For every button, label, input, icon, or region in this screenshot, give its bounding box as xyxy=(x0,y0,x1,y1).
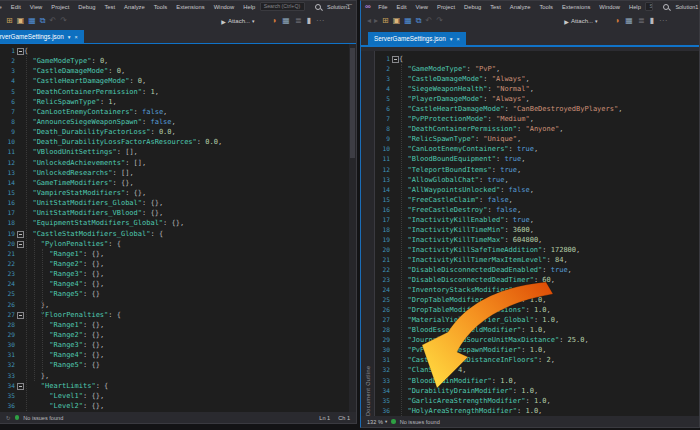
fold-toggle-icon[interactable] xyxy=(15,310,24,320)
menu-item-tools[interactable]: Tools xyxy=(149,4,172,10)
comment-icon[interactable]: ◗ xyxy=(272,16,277,26)
code-line: 20 "PylonPenalties": { xyxy=(0,239,356,249)
nav-forward-icon[interactable]: ▸ xyxy=(374,16,378,26)
line-number: 28 xyxy=(375,325,390,335)
bookmark-icon[interactable]: ▮ xyxy=(307,16,311,26)
attach-button[interactable]: ▶ Attach... ▾ xyxy=(221,18,254,25)
results-grid-icon[interactable]: ▦ xyxy=(625,16,633,26)
save-icon[interactable]: ▦ xyxy=(28,16,36,26)
code-line: 26 "DropTableModifier_Missions": 1.0, xyxy=(375,305,699,315)
code-text: "CastleHeartDamageMode": 0, xyxy=(24,76,146,86)
fold-gutter xyxy=(15,178,24,188)
open-folder-icon[interactable]: ▣ xyxy=(17,16,25,26)
indent-icon[interactable]: ≣ xyxy=(295,16,302,26)
new-project-icon[interactable]: ⊞ xyxy=(6,16,13,26)
menu-item-edit[interactable]: Edit xyxy=(392,4,411,10)
menu-item-window[interactable]: Window xyxy=(595,4,625,10)
fold-toggle-icon[interactable] xyxy=(390,54,399,64)
save-icon[interactable]: ▦ xyxy=(404,16,412,26)
undo-icon[interactable]: ↶ xyxy=(426,16,433,26)
document-outline-tab[interactable]: Document Outline xyxy=(361,51,375,416)
menu-item-debug[interactable]: Debug xyxy=(74,4,100,10)
line-number: 15 xyxy=(0,188,15,198)
line-number: 17 xyxy=(0,208,15,218)
nav-back-icon[interactable]: ◂ xyxy=(367,16,371,26)
tab-dropdown-icon[interactable]: ▾ xyxy=(450,36,453,42)
menu-item-analyze[interactable]: Analyze xyxy=(120,4,150,10)
attach-button[interactable]: ▶ Attach... ▾ xyxy=(564,18,597,25)
search-input[interactable]: Search (Ctrl+Q) xyxy=(260,2,305,11)
menu-item-project[interactable]: Project xyxy=(433,4,460,10)
code-text: "CastleMinimumDistanceInFloors": 2, xyxy=(399,355,555,365)
search-icon[interactable] xyxy=(663,4,669,10)
undo-icon[interactable]: ↶ xyxy=(50,16,57,26)
menu-item-test[interactable]: Test xyxy=(486,4,506,10)
code-editor[interactable]: 1{2 "GameModeType": 0,3 "CastleDamageMod… xyxy=(0,44,356,412)
line-number: 34 xyxy=(0,381,15,391)
tab-close-icon[interactable]: × xyxy=(457,36,460,42)
scrollbar-thumb[interactable] xyxy=(350,48,355,158)
save-all-icon[interactable]: ⧉ xyxy=(40,16,46,26)
fold-gutter xyxy=(15,300,24,310)
menu-item-extensions[interactable]: Extensions xyxy=(172,4,209,10)
vertical-scrollbar[interactable] xyxy=(349,44,356,412)
fold-toggle-icon[interactable] xyxy=(15,46,24,56)
bookmark-icon[interactable]: ▮ xyxy=(650,16,654,26)
fold-gutter xyxy=(390,406,399,416)
code-line: 33 "BloodDrainModifier": 1.0, xyxy=(375,376,699,386)
fold-gutter xyxy=(15,371,24,381)
menu-item-help[interactable]: Help xyxy=(239,4,260,10)
more-commands-icon[interactable]: ⋯ xyxy=(316,16,324,26)
attach-dropdown-icon[interactable]: ▾ xyxy=(252,18,255,24)
menu-item-view[interactable]: View xyxy=(411,4,432,10)
menu-bar: ∞ FileEditViewProjectDebugTestAnalyzeToo… xyxy=(361,1,699,12)
menu-item-test[interactable]: Test xyxy=(100,4,120,10)
code-text: "GarlicAreaStrengthModifier": 1.0, xyxy=(399,396,551,406)
line-number: 19 xyxy=(375,235,390,245)
line-number: 14 xyxy=(0,178,15,188)
redo-icon[interactable]: ↷ xyxy=(60,16,67,26)
menu-item-analyze[interactable]: Analyze xyxy=(505,4,535,10)
fold-gutter xyxy=(390,376,399,386)
code-line: 32 "ClanSize": 4, xyxy=(375,365,699,375)
fold-toggle-icon[interactable] xyxy=(15,381,24,391)
fold-gutter xyxy=(15,56,24,66)
visual-studio-logo-icon: ∞ xyxy=(365,3,371,11)
code-text: "Range2": {}, xyxy=(24,330,104,340)
menu-item-view[interactable]: View xyxy=(25,4,46,10)
menu-item-tools[interactable]: Tools xyxy=(535,4,558,10)
fold-toggle-icon[interactable] xyxy=(15,239,24,249)
search-icon[interactable] xyxy=(315,4,321,10)
sync-icon[interactable]: ↻ xyxy=(6,415,11,421)
code-editor[interactable]: 1{2 "GameModeType": "PvP",3 "CastleDamag… xyxy=(375,51,699,416)
results-grid-icon[interactable]: ▦ xyxy=(282,16,290,26)
menu-item-debug[interactable]: Debug xyxy=(460,4,486,10)
fold-gutter xyxy=(390,104,399,114)
menu-item-file[interactable]: File xyxy=(374,4,392,10)
open-folder-icon[interactable]: ▣ xyxy=(393,16,401,26)
fold-gutter xyxy=(390,386,399,396)
indent-icon[interactable]: ≣ xyxy=(638,16,645,26)
more-commands-icon[interactable]: ⋯ xyxy=(659,16,667,26)
menu-item-window[interactable]: Window xyxy=(209,4,239,10)
code-text: "AllowGlobalChat": true, xyxy=(399,175,509,185)
tab-servergamesettings[interactable]: ServerGameSettings.json ▾ × xyxy=(0,30,84,43)
minimize-icon[interactable]: — xyxy=(346,1,352,7)
comment-icon[interactable]: ◗ xyxy=(615,16,620,26)
tab-dropdown-icon[interactable]: ▾ xyxy=(68,34,71,40)
menu-item-help[interactable]: Help xyxy=(624,4,645,10)
fold-toggle-icon[interactable] xyxy=(15,229,24,239)
search-input[interactable]: Search (Ctrl+Q) xyxy=(645,2,653,11)
new-project-icon[interactable]: ⊞ xyxy=(382,16,389,26)
code-text: "BloodBoundEquipment": true, xyxy=(399,154,525,164)
tab-servergamesettings[interactable]: ServerGameSettings.json ▾ × xyxy=(368,32,466,45)
menu-item-edit[interactable]: Edit xyxy=(6,4,25,10)
zoom-select[interactable]: 132 % ▾ xyxy=(367,419,387,425)
save-all-icon[interactable]: ⧉ xyxy=(416,16,422,26)
menu-item-extensions[interactable]: Extensions xyxy=(557,4,594,10)
attach-dropdown-icon[interactable]: ▾ xyxy=(595,18,598,24)
tab-close-icon[interactable]: × xyxy=(75,34,78,40)
indent-guide xyxy=(42,249,43,371)
redo-icon[interactable]: ↷ xyxy=(436,16,443,26)
menu-item-project[interactable]: Project xyxy=(47,4,74,10)
